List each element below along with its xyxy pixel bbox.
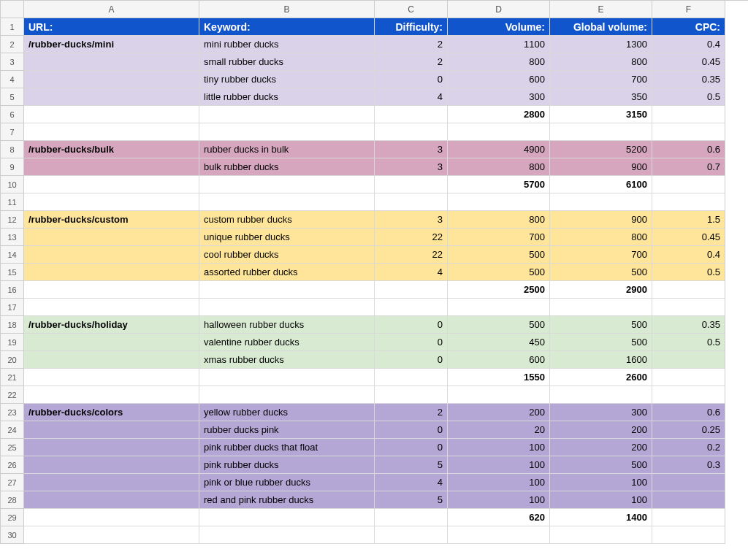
- header-cell[interactable]: Difficulty:: [375, 18, 448, 36]
- data-cell-volume[interactable]: 20: [448, 421, 550, 439]
- column-header[interactable]: E: [550, 1, 652, 18]
- data-cell-global-volume[interactable]: 800: [550, 229, 652, 246]
- column-header[interactable]: B: [199, 1, 375, 18]
- data-cell-keyword[interactable]: yellow rubber ducks: [199, 404, 375, 421]
- data-cell-volume[interactable]: 500: [448, 246, 550, 264]
- data-cell-difficulty[interactable]: 4: [375, 88, 448, 106]
- data-cell-difficulty[interactable]: 22: [375, 229, 448, 246]
- data-cell-global-volume[interactable]: 800: [550, 53, 652, 71]
- row-header[interactable]: 22: [1, 386, 24, 404]
- data-cell-cpc[interactable]: [652, 526, 725, 544]
- row-header[interactable]: 1: [1, 18, 24, 36]
- data-cell-cpc[interactable]: 1.5: [652, 211, 725, 229]
- data-cell-global-volume[interactable]: 900: [550, 211, 652, 229]
- row-header[interactable]: 26: [1, 456, 24, 474]
- column-header[interactable]: C: [375, 1, 448, 18]
- data-cell-keyword[interactable]: halloween rubber ducks: [199, 316, 375, 334]
- data-cell-url[interactable]: /rubber-ducks/custom: [24, 211, 199, 229]
- data-cell-url[interactable]: [24, 53, 199, 71]
- data-cell-difficulty[interactable]: [375, 369, 448, 386]
- data-cell-volume[interactable]: 5700: [448, 176, 550, 193]
- data-cell-volume[interactable]: 600: [448, 71, 550, 88]
- data-cell-cpc[interactable]: 0.6: [652, 404, 725, 421]
- data-cell-difficulty[interactable]: 0: [375, 351, 448, 369]
- data-cell-cpc[interactable]: [652, 176, 725, 193]
- row-header[interactable]: 9: [1, 158, 24, 176]
- data-cell-keyword[interactable]: rubber ducks in bulk: [199, 141, 375, 158]
- corner-cell[interactable]: [1, 1, 24, 18]
- data-cell-difficulty[interactable]: 4: [375, 264, 448, 281]
- row-header[interactable]: 10: [1, 176, 24, 193]
- data-cell-difficulty[interactable]: 3: [375, 211, 448, 229]
- row-header[interactable]: 29: [1, 509, 24, 526]
- data-cell-difficulty[interactable]: 2: [375, 53, 448, 71]
- data-cell-difficulty[interactable]: 3: [375, 141, 448, 158]
- row-header[interactable]: 2: [1, 36, 24, 53]
- row-header[interactable]: 27: [1, 474, 24, 491]
- header-cell[interactable]: URL:: [24, 18, 199, 36]
- data-cell-cpc[interactable]: 0.45: [652, 53, 725, 71]
- row-header[interactable]: 4: [1, 71, 24, 88]
- data-cell-cpc[interactable]: [652, 299, 725, 316]
- data-cell-url[interactable]: [24, 123, 199, 141]
- data-cell-global-volume[interactable]: 1300: [550, 36, 652, 53]
- data-cell-url[interactable]: [24, 193, 199, 211]
- data-cell-cpc[interactable]: [652, 369, 725, 386]
- data-cell-url[interactable]: [24, 246, 199, 264]
- data-cell-volume[interactable]: 620: [448, 509, 550, 526]
- data-cell-url[interactable]: [24, 421, 199, 439]
- data-cell-difficulty[interactable]: 0: [375, 421, 448, 439]
- data-cell-url[interactable]: [24, 334, 199, 351]
- data-cell-global-volume[interactable]: [550, 386, 652, 404]
- data-cell-volume[interactable]: 100: [448, 491, 550, 509]
- data-cell-volume[interactable]: [448, 193, 550, 211]
- data-cell-url[interactable]: /rubber-ducks/holiday: [24, 316, 199, 334]
- data-cell-keyword[interactable]: [199, 176, 375, 193]
- data-cell-volume[interactable]: 500: [448, 264, 550, 281]
- data-cell-url[interactable]: [24, 526, 199, 544]
- data-cell-keyword[interactable]: bulk rubber ducks: [199, 158, 375, 176]
- data-cell-keyword[interactable]: pink or blue rubber ducks: [199, 474, 375, 491]
- data-cell-difficulty[interactable]: 5: [375, 456, 448, 474]
- data-cell-keyword[interactable]: [199, 106, 375, 123]
- data-cell-keyword[interactable]: xmas rubber ducks: [199, 351, 375, 369]
- data-cell-difficulty[interactable]: [375, 281, 448, 299]
- data-cell-volume[interactable]: [448, 526, 550, 544]
- row-header[interactable]: 17: [1, 299, 24, 316]
- data-cell-global-volume[interactable]: [550, 123, 652, 141]
- data-cell-keyword[interactable]: [199, 369, 375, 386]
- data-cell-cpc[interactable]: [652, 123, 725, 141]
- data-cell-volume[interactable]: [448, 299, 550, 316]
- row-header[interactable]: 28: [1, 491, 24, 509]
- data-cell-url[interactable]: [24, 281, 199, 299]
- data-cell-global-volume[interactable]: 500: [550, 264, 652, 281]
- data-cell-keyword[interactable]: assorted rubber ducks: [199, 264, 375, 281]
- data-cell-volume[interactable]: 2800: [448, 106, 550, 123]
- data-cell-difficulty[interactable]: [375, 176, 448, 193]
- data-cell-difficulty[interactable]: [375, 299, 448, 316]
- data-cell-keyword[interactable]: mini rubber ducks: [199, 36, 375, 53]
- data-cell-url[interactable]: [24, 351, 199, 369]
- data-cell-cpc[interactable]: 0.7: [652, 158, 725, 176]
- row-header[interactable]: 19: [1, 334, 24, 351]
- data-cell-cpc[interactable]: [652, 509, 725, 526]
- data-cell-volume[interactable]: 450: [448, 334, 550, 351]
- data-cell-global-volume[interactable]: 100: [550, 474, 652, 491]
- data-cell-url[interactable]: [24, 71, 199, 88]
- data-cell-url[interactable]: [24, 299, 199, 316]
- data-cell-cpc[interactable]: 0.25: [652, 421, 725, 439]
- data-cell-cpc[interactable]: 0.45: [652, 229, 725, 246]
- data-cell-keyword[interactable]: red and pink rubber ducks: [199, 491, 375, 509]
- data-cell-cpc[interactable]: [652, 193, 725, 211]
- row-header[interactable]: 20: [1, 351, 24, 369]
- data-cell-url[interactable]: [24, 88, 199, 106]
- data-cell-difficulty[interactable]: [375, 106, 448, 123]
- data-cell-difficulty[interactable]: 22: [375, 246, 448, 264]
- data-cell-volume[interactable]: 100: [448, 439, 550, 456]
- data-cell-keyword[interactable]: [199, 299, 375, 316]
- data-cell-cpc[interactable]: [652, 491, 725, 509]
- data-cell-global-volume[interactable]: 6100: [550, 176, 652, 193]
- data-cell-difficulty[interactable]: [375, 509, 448, 526]
- data-cell-keyword[interactable]: pink rubber ducks: [199, 456, 375, 474]
- data-cell-url[interactable]: [24, 264, 199, 281]
